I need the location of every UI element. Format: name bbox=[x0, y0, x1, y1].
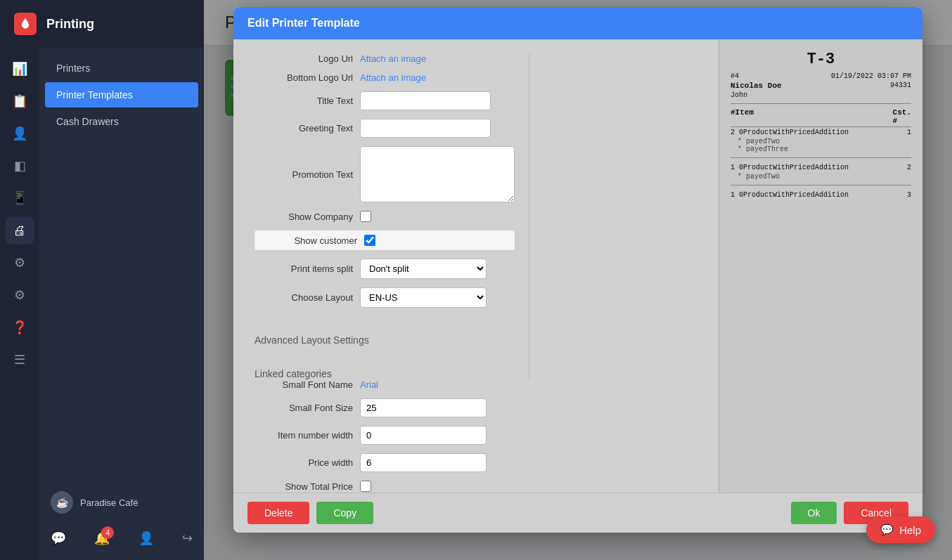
promotion-text-input[interactable] bbox=[360, 146, 515, 202]
right-col: Small Font Name Arial Small Font Size It… bbox=[247, 379, 522, 493]
small-font-name-value[interactable]: Arial bbox=[360, 379, 378, 390]
modal-form-left: Logo Url Attach an image Bottom Logo Url… bbox=[233, 39, 719, 493]
modal-body: Logo Url Attach an image Bottom Logo Url… bbox=[233, 39, 922, 493]
small-font-size-input[interactable] bbox=[360, 398, 487, 417]
icon-rail-print[interactable]: 🖨 bbox=[6, 216, 34, 245]
icon-rail-tablet[interactable]: 📱 bbox=[6, 184, 34, 212]
preview-sub-1a: * payedTwo bbox=[731, 138, 911, 145]
choose-layout-select[interactable]: EN-US FR-FR DE-DE ES-ES bbox=[360, 287, 487, 308]
small-font-name-row: Small Font Name Arial bbox=[255, 379, 515, 390]
promotion-text-row: Promotion Text bbox=[255, 146, 515, 202]
preview-col-item: #Item bbox=[731, 108, 754, 125]
preview-table: 94331 bbox=[890, 82, 911, 90]
bottom-logo-url-link[interactable]: Attach an image bbox=[360, 72, 426, 83]
preview-customer-name: Nicolas Doe bbox=[731, 82, 782, 90]
icon-rail-customers[interactable]: 👤 bbox=[6, 119, 34, 148]
icon-rail-help[interactable]: ❓ bbox=[6, 313, 34, 341]
icon-rail-settings[interactable]: ⚙ bbox=[6, 281, 34, 309]
icon-rail: 📊 📋 👤 ◧ 📱 🖨 ⚙ ⚙ ❓ ☰ bbox=[0, 48, 39, 560]
show-company-checkbox[interactable] bbox=[360, 211, 371, 222]
help-button[interactable]: 💬 Help bbox=[866, 516, 935, 543]
delete-button[interactable]: Delete bbox=[247, 502, 309, 524]
preview-table-header: #Item Cst.# bbox=[731, 108, 911, 127]
preview-meta-row: #4 01/19/2022 03:07 PM bbox=[731, 72, 911, 80]
preview-divider-2 bbox=[731, 157, 911, 158]
logout-icon[interactable]: ↪ bbox=[182, 530, 193, 546]
advanced-layout-heading: Advanced Layout Settings bbox=[255, 334, 515, 346]
logo-url-link[interactable]: Attach an image bbox=[360, 53, 426, 64]
person-icon[interactable]: 👤 bbox=[139, 530, 154, 546]
print-items-split-label: Print items split bbox=[255, 263, 353, 274]
choose-layout-label: Choose Layout bbox=[255, 292, 353, 303]
sidebar: Printing 📊 📋 👤 ◧ 📱 🖨 ⚙ ⚙ ❓ ☰ Printers Pr… bbox=[0, 0, 204, 560]
preview-date: 01/19/2022 03:07 PM bbox=[831, 72, 911, 80]
notification-badge: 4 bbox=[101, 526, 114, 539]
preview-waiter: John bbox=[731, 91, 911, 99]
print-items-split-row: Print items split Don't split Split by c… bbox=[255, 259, 515, 279]
greeting-text-row: Greeting Text bbox=[255, 119, 515, 138]
form-columns: Logo Url Attach an image Bottom Logo Url… bbox=[247, 53, 705, 493]
app-logo-icon bbox=[14, 13, 37, 35]
icon-rail-orders[interactable]: 📋 bbox=[6, 87, 34, 115]
copy-button[interactable]: Copy bbox=[316, 502, 373, 524]
modal-footer: Delete Copy Ok Cancel bbox=[233, 493, 922, 533]
preview-sub-1b: * payedThree bbox=[731, 145, 911, 153]
icon-rail-layers[interactable]: ◧ bbox=[6, 152, 34, 180]
icon-rail-settings2[interactable]: ⚙ bbox=[6, 249, 34, 277]
greeting-text-input[interactable] bbox=[360, 119, 491, 138]
preview-template-title: T-3 bbox=[731, 51, 911, 68]
bottom-logo-url-row: Bottom Logo Url Attach an image bbox=[255, 72, 515, 83]
price-width-input[interactable] bbox=[360, 453, 487, 472]
logo-url-row: Logo Url Attach an image bbox=[255, 53, 515, 64]
icon-rail-dashboard[interactable]: 📊 bbox=[6, 55, 34, 83]
show-company-label: Show Company bbox=[255, 211, 353, 222]
item-number-width-input[interactable] bbox=[360, 426, 487, 445]
preview-divider-3 bbox=[731, 185, 911, 185]
icon-rail-list[interactable]: ☰ bbox=[6, 346, 34, 374]
help-icon: 💬 bbox=[880, 523, 894, 536]
small-font-name-label: Small Font Name bbox=[255, 379, 353, 390]
bottom-bar: 💬 🔔 4 👤 ↪ bbox=[39, 523, 204, 553]
item-number-width-row: Item number width bbox=[255, 426, 515, 445]
app-title: Printing bbox=[46, 17, 94, 32]
user-avatar: ☕ bbox=[51, 491, 73, 514]
modal-header: Edit Printer Template bbox=[233, 7, 922, 39]
promotion-text-label: Promotion Text bbox=[255, 169, 353, 180]
show-customer-label: Show customer bbox=[259, 235, 357, 246]
show-total-price-row: Show Total Price bbox=[255, 481, 515, 492]
footer-left-actions: Delete Copy bbox=[247, 502, 373, 524]
sidebar-bottom: ☕ Paradise Café bbox=[39, 481, 204, 523]
print-items-split-select[interactable]: Don't split Split by category Split by c… bbox=[360, 259, 487, 279]
sidebar-nav: Printers Printer Templates Cash Drawers … bbox=[39, 48, 204, 560]
show-total-price-checkbox[interactable] bbox=[360, 481, 371, 492]
logo-url-label: Logo Url bbox=[255, 53, 353, 64]
show-company-row: Show Company bbox=[255, 211, 515, 222]
price-width-row: Price width bbox=[255, 453, 515, 472]
price-width-label: Price width bbox=[255, 457, 353, 468]
item-number-width-label: Item number width bbox=[255, 430, 353, 441]
preview-panel: T-3 #4 01/19/2022 03:07 PM Nicolas Doe 9… bbox=[719, 39, 922, 493]
bottom-logo-url-label: Bottom Logo Url bbox=[255, 72, 353, 83]
show-customer-row: Show customer bbox=[255, 230, 515, 250]
sidebar-item-cash-drawers[interactable]: Cash Drawers bbox=[45, 109, 198, 134]
bell-icon[interactable]: 🔔 4 bbox=[94, 530, 110, 546]
small-font-size-row: Small Font Size bbox=[255, 398, 515, 417]
sidebar-user: ☕ Paradise Café bbox=[51, 491, 193, 514]
title-text-input[interactable] bbox=[360, 91, 491, 110]
left-col: Logo Url Attach an image Bottom Logo Url… bbox=[247, 53, 522, 379]
title-text-label: Title Text bbox=[255, 96, 353, 106]
ok-button[interactable]: Ok bbox=[791, 502, 837, 524]
preview-col-cst: Cst.# bbox=[893, 108, 911, 125]
user-name: Paradise Café bbox=[80, 497, 138, 508]
show-customer-checkbox[interactable] bbox=[364, 235, 375, 246]
modal-overlay: Edit Printer Template Logo Url Attach an… bbox=[204, 0, 952, 560]
small-font-size-label: Small Font Size bbox=[255, 403, 353, 413]
app-logo-area: Printing bbox=[0, 0, 204, 48]
show-total-price-label: Show Total Price bbox=[255, 481, 353, 492]
preview-item-row-1: 2 0ProductWithPricedAddition 1 bbox=[731, 127, 911, 138]
sidebar-item-printers[interactable]: Printers bbox=[45, 56, 198, 81]
preview-item-row-2: 1 0ProductWithPricedAddition 2 bbox=[731, 162, 911, 173]
preview-order-num: #4 bbox=[731, 72, 739, 80]
chat-icon[interactable]: 💬 bbox=[51, 530, 66, 546]
sidebar-item-printer-templates[interactable]: Printer Templates bbox=[45, 82, 198, 108]
